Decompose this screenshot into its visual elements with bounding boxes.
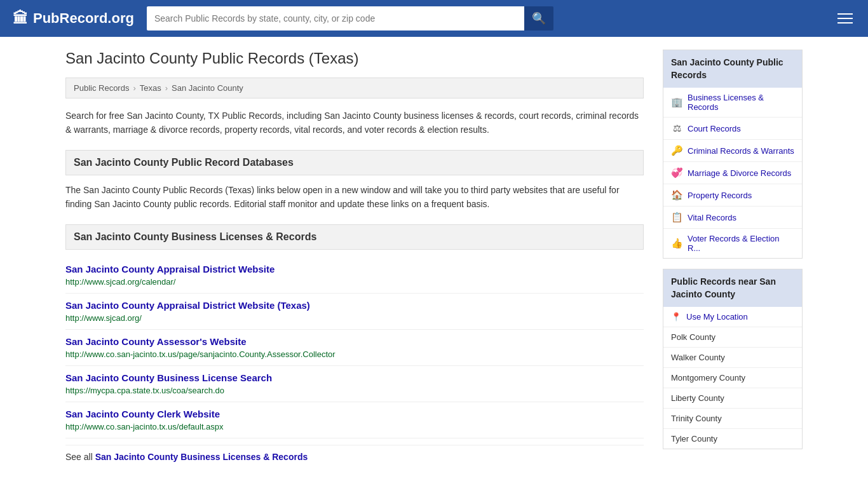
search-bar: 🔍 (147, 6, 553, 30)
property-icon: 🏠 (671, 189, 682, 201)
marriage-icon: 💞 (671, 167, 682, 179)
criminal-icon: 🔑 (671, 145, 682, 156)
sidebar-item-label-court: Court Records (688, 124, 741, 133)
sidebar-item-business[interactable]: 🏢 Business Licenses & Records (663, 88, 802, 118)
record-title-3[interactable]: San Jacinto County Business License Sear… (65, 372, 644, 383)
breadcrumb: Public Records › Texas › San Jacinto Cou… (65, 78, 644, 98)
sidebar-item-label-voter: Voter Records & Election R... (688, 234, 794, 253)
record-url-3[interactable]: https://mycpa.cpa.state.tx.us/coa/search… (65, 386, 224, 395)
record-entry-3: San Jacinto County Business License Sear… (65, 366, 644, 402)
site-header: 🏛 PubRecord.org 🔍 (0, 0, 868, 37)
sidebar-nearby-title: Public Records near San Jacinto County (663, 269, 802, 307)
search-button[interactable]: 🔍 (524, 6, 553, 30)
record-entry-1: San Jacinto County Appraisal District We… (65, 294, 644, 330)
record-title-2[interactable]: San Jacinto County Assessor's Website (65, 336, 644, 347)
business-icon: 🏢 (671, 97, 682, 108)
sidebar-records-box: San Jacinto County Public Records 🏢 Busi… (663, 50, 803, 259)
sidebar: San Jacinto County Public Records 🏢 Busi… (663, 50, 803, 462)
sidebar-nearby-liberty[interactable]: Liberty County (663, 388, 802, 409)
sidebar-item-label-business: Business Licenses & Records (688, 93, 794, 112)
content-area: San Jacinto County Public Records (Texas… (65, 50, 644, 462)
sidebar-item-property[interactable]: 🏠 Property Records (663, 184, 802, 207)
see-all-prefix: See all (65, 452, 95, 462)
logo-icon: 🏛 (13, 10, 28, 27)
record-title-4[interactable]: San Jacinto County Clerk Website (65, 409, 644, 419)
business-section-header: San Jacinto County Business Licenses & R… (65, 224, 644, 250)
see-all-line: See all San Jacinto County Business Lice… (65, 445, 644, 462)
logo-text: PubRecord.org (33, 10, 134, 27)
menu-line-2 (837, 18, 853, 19)
sidebar-item-court[interactable]: ⚖ Court Records (663, 118, 802, 140)
menu-button[interactable] (835, 11, 855, 26)
nearby-label-tyler: Tyler County (671, 434, 717, 444)
breadcrumb-county: San Jacinto County (172, 83, 243, 93)
search-input[interactable] (147, 6, 524, 30)
record-title-0[interactable]: San Jacinto County Appraisal District We… (65, 264, 644, 274)
record-url-0[interactable]: http://www.sjcad.org/calendar/ (65, 277, 175, 287)
sidebar-nearby-tyler[interactable]: Tyler County (663, 429, 802, 449)
page-title: San Jacinto County Public Records (Texas… (65, 50, 644, 67)
sidebar-item-label-property: Property Records (688, 191, 752, 200)
sidebar-nearby-trinity[interactable]: Trinity County (663, 409, 802, 429)
sidebar-item-criminal[interactable]: 🔑 Criminal Records & Warrants (663, 140, 802, 162)
sidebar-item-label-criminal: Criminal Records & Warrants (688, 146, 794, 156)
breadcrumb-texas[interactable]: Texas (140, 83, 161, 93)
sidebar-nearby-montgomery[interactable]: Montgomery County (663, 368, 802, 388)
nearby-label-polk: Polk County (671, 332, 715, 342)
vital-icon: 📋 (671, 212, 682, 223)
breadcrumb-sep-1: › (133, 83, 135, 93)
sidebar-nearby-location[interactable]: 📍 Use My Location (663, 307, 802, 327)
menu-line-3 (837, 22, 853, 24)
record-title-1[interactable]: San Jacinto County Appraisal District We… (65, 300, 644, 311)
voter-icon: 👍 (671, 238, 682, 249)
main-container: San Jacinto County Public Records (Texas… (53, 37, 815, 475)
record-entry-4: San Jacinto County Clerk Website http://… (65, 402, 644, 438)
sidebar-item-label-vital: Vital Records (688, 213, 736, 222)
page-description: Search for free San Jacinto County, TX P… (65, 109, 644, 137)
sidebar-item-marriage[interactable]: 💞 Marriage & Divorce Records (663, 162, 802, 184)
sidebar-nearby-box: Public Records near San Jacinto County 📍… (663, 269, 803, 449)
sidebar-item-voter[interactable]: 👍 Voter Records & Election R... (663, 229, 802, 258)
nearby-label-montgomery: Montgomery County (671, 373, 745, 383)
record-url-1[interactable]: http://www.sjcad.org/ (65, 313, 142, 323)
nearby-label-location: Use My Location (686, 312, 748, 322)
see-all-link[interactable]: San Jacinto County Business Licenses & R… (95, 452, 308, 462)
sidebar-nearby-polk[interactable]: Polk County (663, 327, 802, 348)
record-url-2[interactable]: http://www.co.san-jacinto.tx.us/page/san… (65, 349, 336, 359)
menu-line-1 (837, 13, 853, 15)
record-entry-0: San Jacinto County Appraisal District We… (65, 257, 644, 294)
location-icon: 📍 (671, 312, 681, 322)
record-url-4[interactable]: http://www.co.san-jacinto.tx.us/default.… (65, 422, 224, 431)
databases-description: The San Jacinto County Public Records (T… (65, 183, 644, 212)
nearby-label-trinity: Trinity County (671, 414, 722, 423)
sidebar-item-label-marriage: Marriage & Divorce Records (688, 168, 791, 178)
breadcrumb-public-records[interactable]: Public Records (74, 83, 129, 93)
sidebar-item-vital[interactable]: 📋 Vital Records (663, 207, 802, 229)
sidebar-records-title: San Jacinto County Public Records (663, 50, 802, 88)
nearby-label-walker: Walker County (671, 353, 725, 362)
court-icon: ⚖ (671, 123, 682, 134)
site-logo[interactable]: 🏛 PubRecord.org (13, 10, 134, 27)
nearby-label-liberty: Liberty County (671, 393, 724, 403)
breadcrumb-sep-2: › (165, 83, 168, 93)
databases-section-header: San Jacinto County Public Record Databas… (65, 150, 644, 175)
record-entry-2: San Jacinto County Assessor's Website ht… (65, 330, 644, 366)
sidebar-nearby-walker[interactable]: Walker County (663, 348, 802, 368)
